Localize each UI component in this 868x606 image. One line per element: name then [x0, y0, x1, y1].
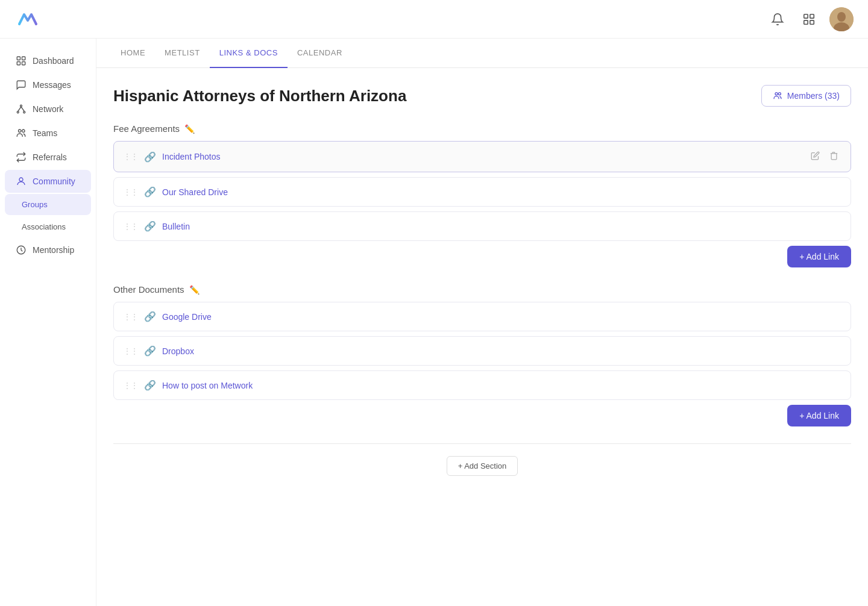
sidebar: Dashboard Messages Network	[0, 39, 96, 606]
link-chain-icon: 🔗	[144, 151, 156, 163]
referrals-icon	[16, 152, 27, 163]
svg-point-18	[19, 178, 23, 181]
drag-handle: ⋮⋮	[124, 313, 138, 320]
link-item-how-to-post[interactable]: ⋮⋮ 🔗 How to post on Metwork	[113, 370, 851, 400]
svg-point-13	[24, 111, 25, 113]
sidebar-item-label: Messages	[33, 80, 71, 90]
link-item-google-drive[interactable]: ⋮⋮ 🔗 Google Drive	[113, 302, 851, 331]
drag-handle: ⋮⋮	[124, 348, 138, 355]
mentorship-icon	[16, 245, 27, 255]
sidebar-bottom-section: Support	[0, 600, 96, 606]
logo[interactable]	[14, 6, 41, 33]
sidebar-item-network[interactable]: Network	[5, 98, 91, 120]
drag-handle: ⋮⋮	[124, 153, 138, 160]
drag-handle: ⋮⋮	[124, 382, 138, 389]
svg-point-11	[20, 105, 22, 107]
tab-calendar[interactable]: CALENDAR	[288, 39, 352, 68]
section-header-fee-agreements: Fee Agreements ✏️	[113, 123, 851, 134]
drag-handle: ⋮⋮	[124, 223, 138, 230]
sidebar-item-messages[interactable]: Messages	[5, 73, 91, 96]
svg-line-15	[21, 107, 24, 111]
tab-home[interactable]: HOME	[111, 39, 155, 68]
sidebar-item-support[interactable]: Support	[5, 601, 91, 606]
doc-section-other-documents: Other Documents ✏️ ⋮⋮ 🔗 Google Drive ⋮⋮ …	[113, 284, 851, 426]
sidebar-item-associations[interactable]: Associations	[5, 216, 91, 237]
sidebar-item-label: Mentorship	[33, 245, 74, 255]
svg-rect-9	[17, 62, 20, 65]
sidebar-item-label: Referrals	[33, 152, 67, 162]
add-link-label: + Add Link	[799, 252, 839, 261]
svg-line-14	[18, 107, 21, 111]
link-chain-icon: 🔗	[144, 186, 156, 198]
svg-rect-10	[22, 62, 25, 65]
section-edit-icon[interactable]: ✏️	[184, 124, 195, 134]
top-navigation	[0, 0, 868, 39]
sidebar-item-label: Teams	[33, 128, 57, 138]
svg-point-22	[775, 93, 778, 95]
notifications-button[interactable]	[767, 8, 788, 30]
tab-metlist[interactable]: METLIST	[155, 39, 210, 68]
community-icon	[16, 176, 27, 187]
members-icon	[773, 91, 782, 101]
svg-rect-2	[804, 20, 808, 23]
add-link-button-1[interactable]: + Add Link	[787, 246, 851, 267]
sidebar-item-label: Network	[33, 104, 63, 114]
sidebar-item-community[interactable]: Community	[5, 170, 91, 193]
drag-handle: ⋮⋮	[124, 189, 138, 196]
link-item-our-shared-drive[interactable]: ⋮⋮ 🔗 Our Shared Drive	[113, 177, 851, 207]
tab-links-docs[interactable]: LINKS & DOCS	[210, 39, 288, 68]
topnav-right	[767, 7, 854, 31]
members-button-label: Members (33)	[787, 91, 840, 101]
sidebar-item-label: Community	[33, 176, 75, 186]
link-item-incident-photos[interactable]: ⋮⋮ 🔗 Incident Photos	[113, 141, 851, 172]
doc-section-fee-agreements: Fee Agreements ✏️ ⋮⋮ 🔗 Incident Photos	[113, 123, 851, 267]
link-chain-icon: 🔗	[144, 311, 156, 322]
sidebar-main-section: Dashboard Messages Network	[0, 48, 96, 600]
svg-rect-8	[22, 57, 25, 60]
sidebar-item-groups[interactable]: Groups	[5, 194, 91, 215]
dashboard-icon	[16, 55, 27, 66]
link-actions	[808, 150, 841, 163]
teams-icon	[16, 128, 27, 139]
add-link-button-2[interactable]: + Add Link	[787, 405, 851, 426]
svg-point-23	[778, 93, 781, 95]
link-chain-icon: 🔗	[144, 220, 156, 232]
svg-point-5	[837, 12, 846, 22]
add-section-row: + Add Section	[113, 443, 851, 476]
section-title: Other Documents	[113, 284, 184, 295]
page-title: Hispanic Attorneys of Northern Arizona	[113, 87, 406, 105]
user-avatar[interactable]	[829, 7, 854, 31]
section-edit-icon[interactable]: ✏️	[189, 285, 200, 295]
svg-point-17	[22, 130, 25, 133]
link-item-bulletin[interactable]: ⋮⋮ 🔗 Bulletin	[113, 211, 851, 241]
content-area: Hispanic Attorneys of Northern Arizona M…	[96, 68, 868, 606]
svg-point-16	[19, 130, 22, 133]
sidebar-item-teams[interactable]: Teams	[5, 122, 91, 145]
add-section-label: + Add Section	[458, 461, 507, 470]
svg-rect-3	[810, 20, 814, 23]
link-name: Google Drive	[162, 312, 841, 322]
link-chain-icon: 🔗	[144, 380, 156, 391]
section-title: Fee Agreements	[113, 123, 180, 134]
sidebar-item-label: Groups	[22, 200, 48, 209]
sidebar-item-label: Associations	[22, 222, 66, 231]
svg-point-12	[17, 111, 19, 113]
link-item-dropbox[interactable]: ⋮⋮ 🔗 Dropbox	[113, 336, 851, 366]
add-section-button[interactable]: + Add Section	[447, 456, 518, 476]
sidebar-item-dashboard[interactable]: Dashboard	[5, 49, 91, 72]
add-link-label: + Add Link	[799, 411, 839, 420]
sidebar-item-mentorship[interactable]: Mentorship	[5, 239, 91, 261]
link-name: How to post on Metwork	[162, 381, 841, 390]
main-content: HOME METLIST LINKS & DOCS CALENDAR Hispa…	[96, 39, 868, 606]
svg-rect-1	[810, 14, 814, 17]
sidebar-item-referrals[interactable]: Referrals	[5, 146, 91, 169]
edit-link-button[interactable]	[808, 150, 822, 163]
windows-button[interactable]	[798, 8, 820, 30]
add-link-row-2: + Add Link	[113, 405, 851, 426]
tabs-bar: HOME METLIST LINKS & DOCS CALENDAR	[96, 39, 868, 68]
link-name: Our Shared Drive	[162, 187, 841, 197]
link-name: Dropbox	[162, 346, 841, 356]
network-icon	[16, 104, 27, 114]
delete-link-button[interactable]	[827, 150, 841, 163]
members-button[interactable]: Members (33)	[761, 85, 851, 107]
